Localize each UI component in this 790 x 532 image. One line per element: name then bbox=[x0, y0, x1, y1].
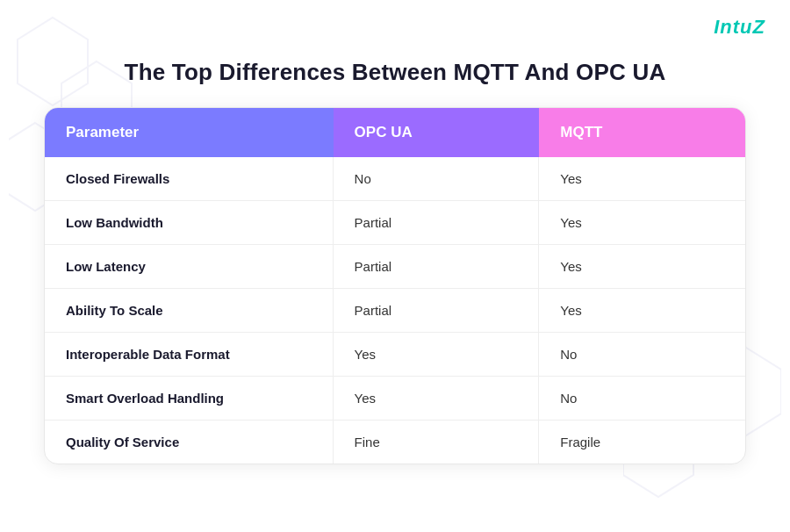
cell-opcua: Yes bbox=[334, 377, 540, 420]
cell-parameter: Smart Overload Handling bbox=[45, 377, 334, 420]
cell-parameter: Ability To Scale bbox=[45, 289, 334, 332]
table-row: Low LatencyPartialYes bbox=[45, 245, 745, 289]
cell-parameter: Low Latency bbox=[45, 245, 334, 288]
cell-mqtt: Yes bbox=[539, 201, 745, 244]
cell-parameter: Interoperable Data Format bbox=[45, 333, 334, 376]
table-row: Closed FirewallsNoYes bbox=[45, 157, 745, 201]
cell-mqtt: No bbox=[539, 377, 745, 420]
page-container: The Top Differences Between MQTT And OPC… bbox=[18, 41, 772, 491]
header-mqtt: MQTT bbox=[539, 108, 745, 157]
cell-parameter: Closed Firewalls bbox=[45, 157, 334, 200]
logo: IntuZ bbox=[714, 16, 765, 39]
cell-opcua: Yes bbox=[334, 333, 540, 376]
cell-mqtt: Yes bbox=[539, 289, 745, 332]
cell-parameter: Low Bandwidth bbox=[45, 201, 334, 244]
cell-mqtt: Yes bbox=[539, 157, 745, 200]
cell-parameter: Quality Of Service bbox=[45, 421, 334, 464]
page-title: The Top Differences Between MQTT And OPC… bbox=[44, 59, 746, 86]
cell-opcua: Partial bbox=[334, 245, 540, 288]
cell-opcua: No bbox=[334, 157, 540, 200]
table-row: Quality Of ServiceFineFragile bbox=[45, 421, 745, 464]
table-header: Parameter OPC UA MQTT bbox=[45, 108, 745, 157]
table-row: Ability To ScalePartialYes bbox=[45, 289, 745, 333]
cell-opcua: Partial bbox=[334, 289, 540, 332]
table-row: Interoperable Data FormatYesNo bbox=[45, 333, 745, 377]
cell-mqtt: No bbox=[539, 333, 745, 376]
table-row: Low BandwidthPartialYes bbox=[45, 201, 745, 245]
table-body: Closed FirewallsNoYesLow BandwidthPartia… bbox=[45, 157, 745, 464]
cell-mqtt: Yes bbox=[539, 245, 745, 288]
comparison-table: Parameter OPC UA MQTT Closed FirewallsNo… bbox=[44, 107, 746, 464]
table-row: Smart Overload HandlingYesNo bbox=[45, 377, 745, 421]
header-opcua: OPC UA bbox=[334, 108, 540, 157]
cell-opcua: Partial bbox=[334, 201, 540, 244]
cell-opcua: Fine bbox=[334, 421, 540, 464]
cell-mqtt: Fragile bbox=[539, 421, 745, 464]
header-parameter: Parameter bbox=[45, 108, 334, 157]
